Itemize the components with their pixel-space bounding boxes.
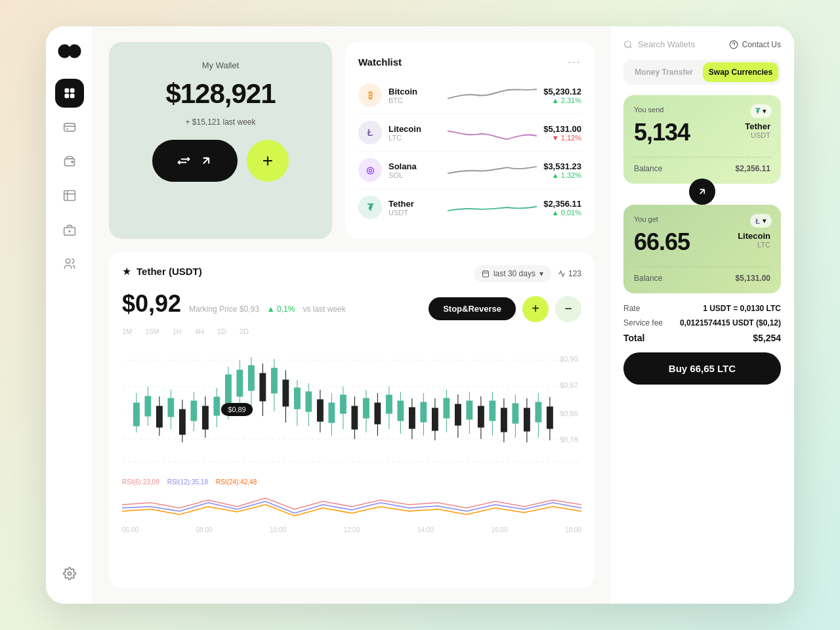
right-panel-inner: Search Wallets Contact Us Money Transfer… [610, 26, 794, 398]
wallet-change: + $15,121 last week [185, 117, 255, 127]
sidebar-item-cards[interactable] [55, 113, 84, 142]
svg-rect-74 [375, 403, 381, 424]
coin-price-value: $5,131.00 [543, 124, 581, 134]
watchlist-card: Watchlist ··· ₿ Bitcoin BTC $5,230.12 ▲ … [345, 42, 595, 239]
svg-text:$0,78: $0,78 [560, 436, 578, 443]
coin-price-value: $5,230.12 [543, 87, 581, 96]
watchlist-item[interactable]: ₿ Bitcoin BTC $5,230.12 ▲ 2,31% [358, 77, 581, 114]
svg-point-7 [71, 161, 73, 163]
tf-4h[interactable]: 4H [195, 327, 204, 335]
search-placeholder: Search Wallets [638, 39, 695, 49]
svg-rect-62 [306, 392, 312, 411]
right-panel: Search Wallets Contact Us Money Transfer… [610, 26, 794, 604]
watchlist-item[interactable]: ₮ Tether USDT $2,356.11 ▲ 0,01% [358, 189, 581, 226]
tf-2d[interactable]: 2D [240, 327, 249, 335]
chart-asset-name: Tether (USDT) [136, 266, 202, 277]
chart-count-value: 123 [568, 269, 581, 278]
svg-rect-88 [455, 404, 461, 425]
get-balance: Balance $5,131.00 [634, 266, 770, 283]
tf-1h[interactable]: 1H [173, 327, 182, 335]
chart-change-pct: ▲ 0,1% [267, 304, 295, 314]
app-logo[interactable] [56, 42, 83, 60]
svg-text:$0,90: $0,90 [560, 356, 578, 362]
fee-row: Service fee 0,0121574415 USDT ($0,12) [623, 318, 781, 327]
rsi-labels: RSI(6):23,09 RSI(12):35,18 RSI(24):42,48 [122, 478, 581, 486]
coin-icon: Ł [358, 121, 382, 144]
svg-rect-38 [180, 410, 186, 434]
stop-reverse-button[interactable]: Stop&Reverse [429, 297, 516, 320]
svg-point-15 [68, 572, 71, 576]
svg-rect-1 [70, 89, 74, 93]
search-bar[interactable]: Search Wallets [623, 39, 695, 49]
rsi-24-label: RSI(24):42,48 [216, 478, 257, 486]
contact-us-button[interactable]: Contact Us [729, 40, 781, 49]
coin-price: $5,131.00 ▼ 1,12% [543, 124, 581, 142]
sidebar-item-users[interactable] [55, 249, 84, 278]
svg-rect-2 [64, 94, 69, 98]
tab-money-transfer[interactable]: Money Transfer [626, 62, 702, 82]
sidebar-item-portfolio[interactable] [55, 181, 84, 210]
chart-change-label: vs last week [303, 304, 345, 314]
svg-rect-66 [329, 403, 335, 423]
chart-title-area: ★ Tether (USDT) [122, 265, 202, 278]
coin-change: ▲ 2,31% [543, 96, 581, 104]
wallet-amount: $128,921 [165, 78, 275, 110]
get-token-selector[interactable]: Ł ▾ [750, 214, 772, 228]
coin-icon: ₮ [358, 196, 382, 219]
add-button[interactable]: + [247, 140, 289, 182]
svg-rect-94 [490, 401, 495, 421]
wallet-actions: + [152, 140, 289, 182]
coin-symbol: BTC [388, 96, 441, 104]
watchlist-item[interactable]: Ł Litecoin LTC $5,131.00 ▼ 1,12% [358, 114, 581, 152]
x-label-5: 16:00 [491, 526, 507, 534]
get-currency-name: Litecoin [738, 231, 770, 241]
tf-1d[interactable]: 1D [217, 327, 226, 335]
watchlist-item[interactable]: ◎ Solana SOL $3,531.23 ▲ 1,32% [358, 152, 581, 189]
sidebar-item-briefcase[interactable] [55, 215, 84, 244]
tab-swap-currencies[interactable]: Swap Currencies [703, 62, 778, 82]
rsi-6-label: RSI(6):23,09 [122, 478, 159, 486]
chart-area: ★ Tether (USDT) last 30 days ▾ 123 [109, 252, 595, 588]
timeframe-selector: 1M 15M 1H 4H 1D 2D [122, 327, 581, 335]
sidebar-nav [55, 79, 84, 559]
get-currency-symbol: LTC [738, 241, 770, 249]
coin-info: Tether USDT [388, 199, 441, 217]
coin-price: $3,531.23 ▲ 1,32% [543, 161, 581, 179]
chevron-down-icon: ▾ [539, 269, 543, 278]
svg-rect-84 [432, 408, 438, 430]
zoom-in-button[interactable]: + [522, 296, 549, 322]
swap-button[interactable] [689, 178, 715, 205]
svg-rect-70 [352, 406, 358, 429]
send-balance-label: Balance [634, 164, 662, 173]
get-amount: 66.65 [634, 228, 690, 256]
settings-button[interactable] [55, 559, 84, 588]
send-amount: 5,134 [634, 119, 690, 146]
send-token-selector[interactable]: ₮ ▾ [750, 104, 772, 118]
tf-1m[interactable]: 1M [122, 327, 132, 335]
tf-15m[interactable]: 15M [145, 327, 159, 335]
sidebar-item-wallet[interactable] [55, 147, 84, 176]
wallet-card: My Wallet $128,921 + $15,121 last week + [109, 42, 332, 239]
x-label-1: 08:00 [196, 526, 212, 534]
rsi-chart [122, 488, 581, 521]
coin-change: ▼ 1,12% [543, 134, 581, 142]
svg-rect-58 [295, 388, 301, 409]
date-range-selector[interactable]: last 30 days ▾ [474, 265, 551, 282]
get-box: You get 66.65 Litecoin LTC Ł ▾ Balance $… [623, 205, 781, 293]
svg-rect-52 [260, 373, 266, 401]
chevron-down-icon: ▾ [763, 107, 766, 116]
coin-symbol: USDT [388, 209, 441, 217]
watchlist-more-button[interactable]: ··· [568, 55, 581, 69]
rate-value: 1 USDT = 0,0130 LTC [703, 304, 781, 313]
buy-button[interactable]: Buy 66,65 LTC [623, 352, 781, 385]
coin-price-value: $2,356.11 [543, 199, 581, 209]
litecoin-icon: Ł [755, 217, 760, 225]
zoom-out-button[interactable]: − [555, 296, 581, 322]
date-range-label: last 30 days [494, 269, 536, 278]
transfer-button[interactable] [152, 140, 238, 182]
svg-rect-56 [283, 380, 289, 406]
svg-rect-40 [191, 401, 197, 421]
sidebar-item-dashboard[interactable] [55, 79, 84, 108]
app-container: My Wallet $128,921 + $15,121 last week + [46, 26, 794, 604]
svg-rect-32 [145, 396, 151, 416]
